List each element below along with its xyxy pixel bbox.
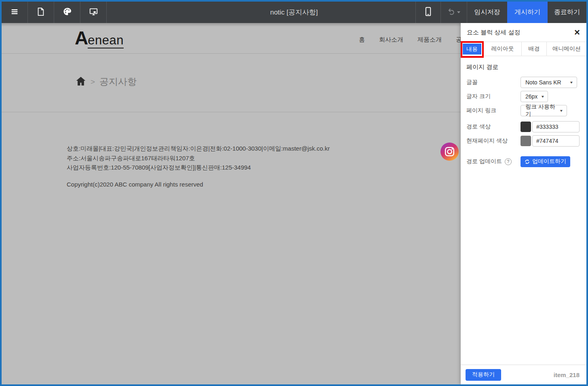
undo-icon [448, 8, 455, 17]
refresh-icon [525, 159, 530, 164]
panel-header: 요소 블럭 상세 설정 × [461, 23, 586, 42]
nav-item-notice[interactable]: 공지사항 [456, 36, 461, 44]
tab-content-cell: 내용 [461, 42, 483, 56]
mobile-icon [425, 7, 432, 18]
undo-history-caret-icon [457, 11, 460, 13]
path-update-label: 경로 업데이트 [466, 158, 502, 165]
tab-content[interactable]: 내용 [463, 44, 481, 55]
update-button[interactable]: 업데이트하기 [521, 156, 570, 167]
font-size-field-row: 글자 크기 26px [466, 91, 580, 102]
section-title: 페이지 경로 [466, 63, 580, 71]
path-color-input[interactable] [532, 121, 580, 132]
path-color-swatch[interactable] [521, 122, 531, 132]
current-page-color-input[interactable] [532, 135, 580, 147]
site-header-block: Aenean 홈 회사소개 제품소개 공지사항 [2, 23, 461, 54]
font-size-label: 글자 크기 [466, 93, 521, 100]
page-icon [37, 7, 45, 18]
logo-initial: A [75, 27, 88, 48]
page-link-label: 페이지 링크 [466, 107, 521, 114]
current-page-color-swatch[interactable] [521, 136, 531, 146]
panel-body: 페이지 경로 글꼴 Noto Sans KR 글자 크기 26px 페이지 링크… [461, 56, 586, 365]
font-size-value: 26px [525, 93, 537, 100]
footer-line: 사업자등록번호:120-55-70809[사업자정보확인]|통신판매:125-3… [67, 163, 461, 172]
undo-button[interactable] [440, 2, 467, 23]
footer-info: 상호:미래몰|대표:강민국|개인정보관리책임자:이은경|전화:02-1000-3… [67, 144, 461, 172]
panel-tabs: 내용 레이아웃 배경 애니메이션 [461, 42, 586, 56]
editor-toolbar: notic [공지사항] [2, 2, 586, 23]
nav-item-home[interactable]: 홈 [359, 36, 365, 44]
tab-background[interactable]: 배경 [521, 42, 546, 56]
element-settings-panel: 요소 블럭 상세 설정 × 내용 레이아웃 배경 애니메이션 페이지 경로 글꼴… [461, 23, 586, 384]
site-preview-canvas[interactable]: Aenean 홈 회사소개 제품소개 공지사항 > 공지사항 상호:미래몰|대표… [2, 23, 461, 384]
tab-layout[interactable]: 레이아웃 [483, 42, 521, 56]
path-color-field-row: 경로 색상 [466, 121, 580, 132]
desktop-icon [89, 7, 98, 18]
panel-title: 요소 블럭 상세 설정 [467, 29, 521, 36]
current-color-field-row: 현재페이지 색상 [466, 135, 580, 147]
menu-button[interactable] [2, 2, 28, 23]
nav-item-products[interactable]: 제품소개 [417, 36, 442, 44]
home-icon[interactable] [76, 76, 86, 88]
page-link-field-row: 페이지 링크 링크 사용하기 [466, 105, 580, 116]
palette-icon [63, 7, 72, 18]
breadcrumb-block[interactable]: > 공지사항 [2, 54, 461, 112]
preview-desktop-button[interactable] [80, 2, 107, 23]
footer-line: 주소:서울시송파구송파대로167태라타워1207호 [67, 153, 461, 163]
breadcrumb-separator: > [91, 78, 95, 86]
path-update-row: 경로 업데이트 업데이트하기 [466, 156, 580, 167]
help-icon[interactable] [505, 158, 512, 165]
theme-button[interactable] [54, 2, 80, 23]
apply-button[interactable]: 적용하기 [466, 369, 501, 381]
exit-button[interactable]: 종료하기 [548, 2, 586, 23]
page-link-dropdown[interactable]: 링크 사용하기 [521, 105, 567, 116]
font-label: 글꼴 [466, 79, 521, 86]
footer-copyright: Copyright(c)2020 ABC company All rights … [67, 181, 461, 188]
font-dropdown[interactable]: Noto Sans KR [521, 77, 577, 88]
breadcrumb-current-page[interactable]: 공지사항 [99, 76, 137, 88]
site-logo[interactable]: Aenean [75, 27, 124, 49]
page-link-value: 링크 사용하기 [525, 103, 556, 118]
font-field-row: 글꼴 Noto Sans KR [466, 77, 580, 88]
current-page-color-label: 현재페이지 색상 [466, 137, 521, 145]
update-button-label: 업데이트하기 [532, 158, 566, 165]
app-window: notic [공지사항] [0, 0, 588, 386]
instagram-icon[interactable] [440, 142, 459, 161]
menu-icon [10, 7, 19, 18]
footer-line: 상호:미래몰|대표:강민국|개인정보관리책임자:이은경|전화:02-1000-3… [67, 144, 461, 153]
tab-animation[interactable]: 애니메이션 [546, 42, 586, 56]
site-nav: 홈 회사소개 제품소개 공지사항 [359, 36, 461, 44]
page-button[interactable] [28, 2, 54, 23]
panel-footer: 적용하기 item_218 [461, 365, 586, 384]
publish-button[interactable]: 게시하기 [507, 2, 548, 23]
close-icon[interactable]: × [574, 27, 580, 37]
preview-mobile-button[interactable] [415, 2, 440, 23]
path-color-label: 경로 색상 [466, 123, 521, 130]
logo-rest: enean [88, 33, 124, 48]
font-size-dropdown[interactable]: 26px [521, 91, 548, 102]
nav-item-company[interactable]: 회사소개 [379, 36, 403, 44]
temp-save-button[interactable]: 임시저장 [467, 2, 507, 23]
item-id-label: item_218 [554, 371, 580, 378]
font-value: Noto Sans KR [525, 79, 561, 86]
site-footer-block: 상호:미래몰|대표:강민국|개인정보관리책임자:이은경|전화:02-1000-3… [2, 112, 461, 188]
breadcrumb: > 공지사항 [76, 76, 137, 88]
